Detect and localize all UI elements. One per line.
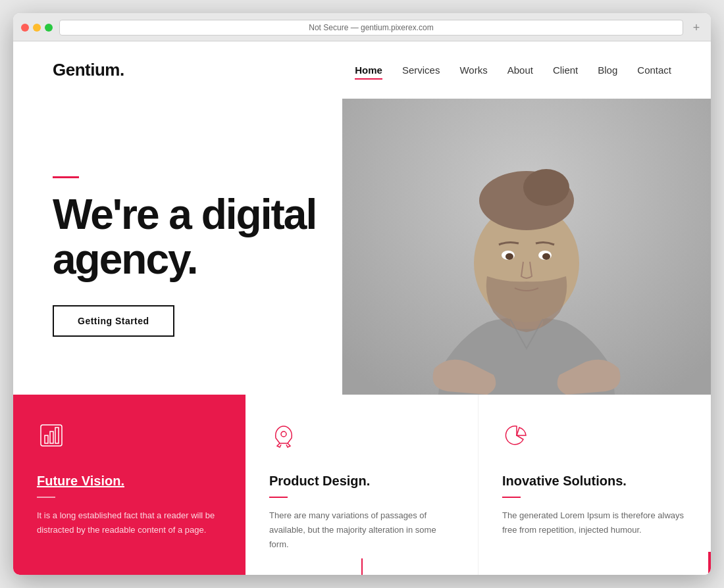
browser-window: Not Secure — gentium.pixerex.com + Genti… <box>13 13 711 575</box>
hero-title: We're a digital agency. <box>53 193 316 281</box>
nav-item-client[interactable]: Client <box>553 64 578 76</box>
service-text-product-design: There are many variations of passages of… <box>269 508 454 552</box>
service-accent-3 <box>502 497 521 498</box>
service-card-future-vision: Future Vision. It is a long established … <box>13 395 246 575</box>
website-content: Gentium. Home Services Works About Clien… <box>13 41 711 575</box>
service-text-innovative-solutions: The generated Lorem Ipsum is therefore a… <box>502 508 687 537</box>
hero-title-line1: We're a digital <box>53 191 316 238</box>
nav-links: Home Services Works About Client Blog <box>355 64 671 76</box>
service-card-product-design: Product Design. There are many variation… <box>246 395 478 575</box>
nav-item-blog[interactable]: Blog <box>598 64 617 76</box>
service-accent-1 <box>37 497 55 498</box>
hero-content: We're a digital agency. Getting Started <box>53 163 316 336</box>
service-accent-2 <box>269 497 288 498</box>
nav-link-blog[interactable]: Blog <box>598 64 617 76</box>
address-bar[interactable]: Not Secure — gentium.pixerex.com <box>59 20 683 36</box>
svg-point-10 <box>542 253 550 260</box>
corner-accent-vertical <box>708 552 711 575</box>
close-button[interactable] <box>21 24 29 32</box>
browser-chrome: Not Secure — gentium.pixerex.com + <box>13 13 711 41</box>
hero-portrait <box>342 99 711 401</box>
svg-rect-12 <box>45 435 48 443</box>
nav-link-works[interactable]: Works <box>459 64 487 76</box>
hero-title-line2: agency. <box>53 235 197 283</box>
bar-chart-icon <box>37 421 70 454</box>
pie-chart-icon <box>502 421 535 454</box>
service-card-innovative-solutions: Inovative Solutions. The generated Lorem… <box>478 395 711 575</box>
svg-point-15 <box>281 431 286 437</box>
nav-item-about[interactable]: About <box>507 64 533 76</box>
service-text-future-vision: It is a long established fact that a rea… <box>37 508 222 537</box>
cta-button[interactable]: Getting Started <box>53 305 174 337</box>
nav-item-contact[interactable]: Contact <box>637 64 671 76</box>
nav-link-about[interactable]: About <box>507 64 533 76</box>
nav-link-contact[interactable]: Contact <box>637 64 671 76</box>
nav-link-home[interactable]: Home <box>355 64 382 76</box>
svg-rect-14 <box>55 428 59 443</box>
navbar: Gentium. Home Services Works About Clien… <box>13 41 711 99</box>
hero-section: We're a digital agency. Getting Started <box>13 99 711 401</box>
center-divider <box>361 558 363 575</box>
new-tab-button[interactable]: + <box>690 21 703 34</box>
rocket-icon <box>269 421 302 454</box>
minimize-button[interactable] <box>33 24 41 32</box>
site-logo[interactable]: Gentium. <box>53 60 124 80</box>
traffic-lights <box>21 24 53 32</box>
nav-item-home[interactable]: Home <box>355 64 382 76</box>
nav-item-works[interactable]: Works <box>459 64 487 76</box>
services-section: Future Vision. It is a long established … <box>13 395 711 575</box>
nav-link-services[interactable]: Services <box>402 64 440 76</box>
maximize-button[interactable] <box>45 24 53 32</box>
nav-item-services[interactable]: Services <box>402 64 440 76</box>
svg-point-9 <box>505 253 513 260</box>
nav-link-client[interactable]: Client <box>553 64 578 76</box>
service-title-product-design: Product Design. <box>269 474 454 489</box>
service-title-future-vision: Future Vision. <box>37 474 222 489</box>
service-title-innovative-solutions: Inovative Solutions. <box>502 474 687 489</box>
hero-accent-line <box>53 176 79 178</box>
hero-image <box>342 99 711 401</box>
svg-rect-13 <box>50 431 53 443</box>
svg-point-6 <box>523 169 569 206</box>
